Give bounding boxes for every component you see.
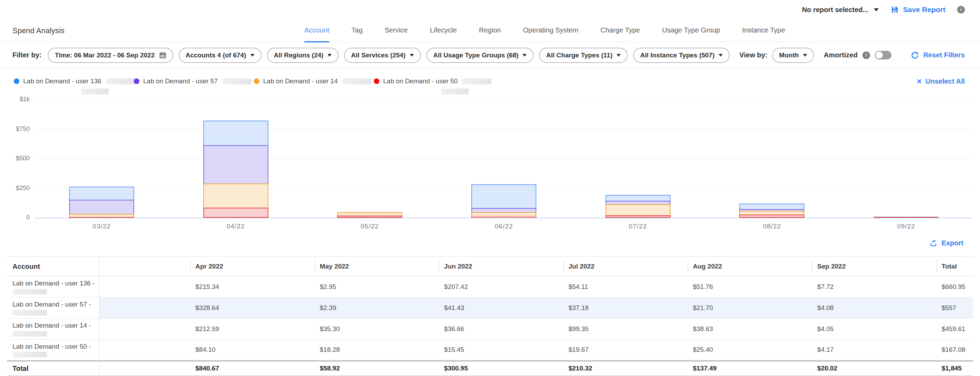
table-row: Lab on Demand - user 136 -$215.34$2.95$2…	[7, 276, 973, 298]
legend-dot	[374, 78, 379, 84]
amortized-toggle[interactable]	[875, 51, 891, 59]
table-cell-total: $840.67	[190, 362, 315, 375]
bar-segment[interactable]	[203, 208, 268, 218]
gridline	[35, 188, 973, 189]
table-cell-total: $210.32	[563, 362, 688, 375]
chevron-down-icon	[617, 54, 621, 57]
column-header: Jul 2022	[563, 260, 688, 273]
bar-segment[interactable]	[203, 145, 268, 184]
table-cell-total: $300.95	[439, 362, 563, 375]
tab-bar: AccountTagServiceLifecycleRegionOperatin…	[304, 19, 785, 42]
legend-item[interactable]: Lab on Demand - user 57	[134, 78, 254, 85]
table-cell: $660.95	[936, 276, 973, 297]
filter-pill[interactable]: All Services (254)	[344, 48, 420, 63]
bar-segment[interactable]	[739, 214, 804, 218]
filter-pill[interactable]: All Instance Types (507)	[633, 48, 730, 63]
tab-lifecycle[interactable]: Lifecycle	[430, 19, 457, 43]
legend-item[interactable]: Lab on Demand - user 136	[14, 78, 134, 85]
info-icon[interactable]: i	[957, 6, 965, 13]
legend-dot	[14, 78, 19, 84]
tab-charge-type[interactable]: Charge Type	[601, 19, 640, 43]
table-cell: $25.40	[688, 340, 812, 360]
filter-pill[interactable]: Accounts 4 (of 674)	[179, 48, 261, 63]
bar-segment[interactable]	[606, 215, 670, 218]
legend-dot	[134, 78, 139, 84]
bar-segment[interactable]	[203, 184, 268, 209]
filter-pill-row: Time: 06 Mar 2022 - 06 Sep 2022 Accounts…	[48, 48, 730, 63]
table-cell: $19.67	[563, 340, 688, 360]
view-by-select[interactable]: Month	[772, 48, 814, 63]
table-row-account: Lab on Demand - user 57 -	[7, 298, 100, 318]
tab-operating-system[interactable]: Operating System	[523, 19, 578, 43]
page-title: Spend Analysis	[0, 26, 64, 35]
time-filter-pill[interactable]: Time: 06 Mar 2022 - 06 Sep 2022	[48, 48, 173, 63]
table-cell-total: $137.49	[688, 362, 812, 375]
table-cell-total: $20.02	[812, 362, 936, 375]
chevron-down-icon	[803, 54, 807, 57]
calendar-icon	[159, 51, 166, 59]
table-cell: $4.08	[812, 298, 936, 318]
report-selector[interactable]: No report selected...	[802, 6, 879, 14]
legend-label: Lab on Demand - user 57	[143, 78, 218, 85]
tab-tag[interactable]: Tag	[352, 19, 363, 43]
x-axis-label: 08/22	[705, 222, 839, 230]
y-axis-label: $1k	[20, 96, 30, 103]
table-cell: $15.45	[439, 340, 563, 360]
redacted-text	[13, 310, 47, 316]
legend-item[interactable]: Lab on Demand - user 50	[374, 78, 494, 85]
table-total-row: Total$840.67$58.92$300.95$210.32$137.49$…	[7, 360, 973, 376]
legend-label: Lab on Demand - user 136	[23, 78, 101, 85]
export-button[interactable]: Export	[929, 239, 963, 247]
unselect-all-button[interactable]: ✕ Unselect All	[916, 78, 965, 86]
table-row-account: Lab on Demand - user 136 -	[7, 276, 100, 297]
bar-segment[interactable]	[69, 200, 134, 214]
table-cell: $212.59	[190, 319, 315, 340]
account-label: Lab on Demand - user 136 -	[13, 279, 96, 287]
tab-account[interactable]: Account	[304, 19, 329, 43]
filter-pill-label: All Regions (24)	[274, 51, 324, 59]
table-cell: $51.76	[688, 276, 812, 297]
column-header: Sep 2022	[812, 260, 936, 273]
bar-segment[interactable]	[606, 204, 670, 216]
account-label: Lab on Demand - user 57 -	[13, 301, 96, 308]
bar-segment[interactable]	[69, 187, 134, 200]
table-header-row: AccountApr 2022May 2022Jun 2022Jul 2022A…	[7, 256, 973, 276]
tab-usage-type-group[interactable]: Usage Type Group	[662, 19, 720, 43]
reset-filters-label: Reset Filters	[923, 51, 965, 59]
filter-pill[interactable]: All Charge Types (11)	[539, 48, 628, 63]
x-axis-label: 03/22	[35, 222, 169, 230]
filter-pill-label: All Charge Types (11)	[546, 51, 612, 59]
save-icon	[891, 6, 899, 14]
account-label: Lab on Demand - user 14 -	[13, 322, 96, 329]
stacked-bar	[739, 203, 804, 218]
table-cell: $207.42	[439, 276, 563, 297]
reset-filters-button[interactable]: Reset Filters	[911, 51, 965, 59]
time-filter-label: Time: 06 Mar 2022 - 06 Sep 2022	[55, 51, 154, 59]
chevron-down-icon	[522, 54, 527, 57]
chevron-down-icon	[719, 54, 723, 57]
row-spacer	[100, 362, 190, 375]
tab-region[interactable]: Region	[479, 19, 501, 43]
gridline	[35, 159, 973, 159]
redacted-text	[13, 352, 47, 357]
tab-service[interactable]: Service	[385, 19, 408, 43]
tab-instance-type[interactable]: Instance Type	[742, 19, 785, 43]
table-cell: $328.64	[190, 298, 315, 318]
filter-pill-label: All Instance Types (507)	[640, 51, 714, 59]
table-cell: $215.34	[190, 276, 315, 297]
row-spacer	[100, 298, 190, 318]
row-spacer	[100, 319, 190, 340]
header-spacer	[100, 257, 190, 276]
save-report-button[interactable]: Save Report	[891, 6, 945, 14]
table-cell-total: $1,845	[936, 362, 973, 375]
filter-pill[interactable]: All Regions (24)	[267, 48, 339, 63]
filter-pill[interactable]: All Usage Type Groups (68)	[426, 48, 534, 63]
table-cell: $36.66	[439, 319, 563, 340]
table-row: Lab on Demand - user 50 -$84.10$18.28$15…	[7, 340, 973, 361]
table-cell: $38.63	[688, 319, 812, 340]
column-header: May 2022	[315, 260, 439, 273]
stacked-bar	[471, 184, 536, 218]
bar-segment[interactable]	[203, 121, 268, 146]
info-icon[interactable]: i	[862, 51, 870, 59]
legend-item[interactable]: Lab on Demand - user 14	[254, 78, 374, 85]
